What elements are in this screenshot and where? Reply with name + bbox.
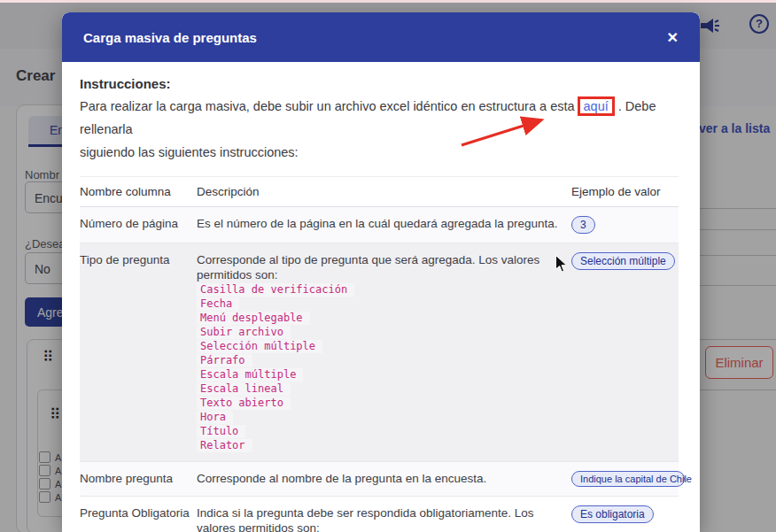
instructions-heading: Instrucciones: [80, 76, 679, 91]
description-text: Indica si la pregunta debe ser respondid… [197, 505, 559, 532]
description-cell: Corresponde al tipo de pregunta que será… [197, 252, 571, 452]
close-icon[interactable]: ✕ [667, 29, 679, 46]
allowed-value-code: Hora [197, 411, 233, 424]
modal-header: Carga masiva de preguntas ✕ [62, 12, 700, 62]
example-value-badge: Es obligatoria [571, 505, 654, 523]
allowed-value-code: Escala lineal [197, 382, 291, 396]
allowed-value-code: Subir archivo [197, 326, 291, 339]
allowed-value-code: Relator [197, 439, 252, 452]
allowed-value-code: Título [197, 425, 245, 438]
modal-body: Instrucciones: Para realizar la carga ma… [62, 62, 700, 532]
instructions-table: Nombre columna Descripción Ejemplo de va… [80, 176, 679, 532]
allowed-value-code: Casilla de verificación [197, 283, 354, 297]
example-cell: Selección múltiple [571, 252, 687, 452]
instructions-table-body: Número de páginaEs el número de la págin… [80, 207, 679, 532]
top-accent-strip [0, 0, 776, 3]
example-value-badge: Indique la capital de Chile [571, 471, 685, 487]
column-header: Nombre columna [80, 185, 197, 198]
table-header-row: Nombre columna Descripción Ejemplo de va… [80, 177, 679, 207]
example-cell: Indique la capital de Chile [571, 471, 687, 487]
instructions-paragraph: Para realizar la carga masiva, debe subi… [80, 95, 679, 164]
column-name-cell: Pregunta Obligatoria [80, 505, 197, 532]
instructions-text-line2: siguiendo las siguientes instrucciones: [80, 145, 299, 159]
allowed-value-code: Texto abierto [197, 397, 291, 410]
column-name-cell: Tipo de pregunta [80, 252, 197, 452]
table-row: Pregunta ObligatoriaIndica si la pregunt… [80, 497, 679, 532]
description-cell: Es el número de la página en la cuál que… [197, 216, 571, 234]
column-header: Descripción [197, 185, 571, 198]
description-text: Corresponde al nombre de la pregunta en … [197, 471, 559, 486]
description-text: Es el número de la página en la cuál que… [197, 216, 559, 231]
column-name-cell: Nombre pregunta [80, 471, 197, 487]
example-cell: 3 [571, 216, 687, 234]
modal-title: Carga masiva de preguntas [83, 30, 257, 45]
download-template-link[interactable]: aquí [578, 96, 615, 116]
instructions-text-before: Para realizar la carga masiva, debe subi… [80, 99, 575, 113]
table-row: Nombre preguntaCorresponde al nombre de … [80, 462, 679, 497]
description-cell: Corresponde al nombre de la pregunta en … [197, 471, 571, 487]
allowed-value-code: Selección múltiple [197, 340, 322, 353]
table-row: Tipo de preguntaCorresponde al tipo de p… [80, 243, 679, 462]
bulk-upload-modal: Carga masiva de preguntas ✕ Instruccione… [62, 12, 700, 532]
example-value-badge: Selección múltiple [571, 252, 675, 270]
allowed-value-code: Escala múltiple [197, 368, 303, 382]
table-row: Número de páginaEs el número de la págin… [80, 207, 679, 243]
example-value-badge: 3 [571, 216, 595, 234]
screen: ? Crear Enc Nombr Encu ¿Desea No Agre ⠿ … [0, 0, 776, 532]
example-cell: Es obligatoria [571, 505, 687, 532]
column-header: Ejemplo de valor [571, 185, 687, 198]
column-name-cell: Número de página [80, 216, 197, 234]
allowed-value-code: Menú desplegable [197, 312, 310, 325]
description-cell: Indica si la pregunta debe ser respondid… [197, 505, 571, 532]
allowed-value-code: Fecha [197, 297, 239, 311]
allowed-value-code: Párrafo [197, 354, 252, 367]
description-text: Corresponde al tipo de pregunta que será… [197, 252, 559, 282]
